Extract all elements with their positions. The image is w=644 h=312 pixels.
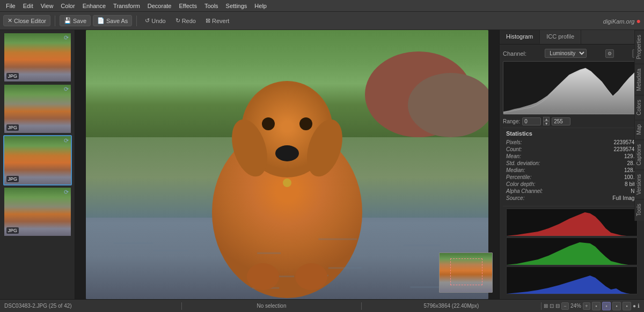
blue-histogram (506, 266, 638, 294)
undo-button[interactable]: ↺ Undo (141, 16, 169, 26)
toolbar: ✕ Close Editor 💾 Save 📄 Save As ↺ Undo ↻… (0, 12, 644, 30)
view-mode-1[interactable]: ▪ (592, 302, 601, 310)
vertical-tabs-panel: Properties Metadata Colors Map Captions … (634, 30, 644, 221)
save-icon: 💾 (64, 17, 71, 24)
channel-label: Channel: (503, 50, 526, 57)
range-min-input[interactable] (522, 117, 541, 125)
histogram-settings-icon[interactable]: ⚙ (605, 49, 614, 58)
mini-preview (439, 252, 493, 293)
side-tab-captions[interactable]: Captions (635, 139, 644, 169)
toolbar-separator (55, 16, 55, 26)
status-selection: No selection (257, 303, 286, 309)
stat-mean: Mean: 129.7 (506, 153, 638, 160)
stat-std-dev-label: Std. deviation: (506, 160, 540, 166)
brand-label: digiKam.org ● (603, 17, 641, 25)
menu-file[interactable]: File (2, 2, 19, 10)
stat-median: Median: 128.0 (506, 167, 638, 174)
brand-dot: ● (636, 17, 641, 25)
menubar: File Edit View Color Enhance Transform D… (0, 0, 644, 12)
status-selection-section: No selection (184, 303, 359, 309)
svg-marker-2 (507, 212, 637, 236)
stat-color-depth-label: Color depth: (506, 181, 535, 187)
thumbnail-2[interactable]: ⟳ JPG (3, 84, 72, 134)
statistics-section: Statistics Pixels: 22395744 Count: 22395… (503, 128, 641, 204)
redo-button[interactable]: ↻ Redo (172, 16, 200, 26)
red-histogram (506, 209, 638, 236)
green-histogram (506, 237, 638, 265)
thumbnail-3[interactable]: ⟳ JPG (3, 135, 72, 185)
thumb-label-4: JPG (6, 227, 19, 234)
status-divider-1 (181, 302, 182, 310)
channel-select[interactable]: Luminosity Red Green Blue Alpha (545, 49, 587, 58)
range-label: Range: (503, 118, 520, 124)
menu-view[interactable]: View (37, 2, 57, 10)
menu-help[interactable]: Help (251, 2, 270, 10)
sync-icon-4: ⟳ (64, 189, 69, 196)
zoom-actual-icon[interactable]: ⊡ (550, 303, 554, 309)
status-zoom-section: ⊞ ⊡ ⊟ − 24% + ▪ ▪ ▪ ▪ ● ℹ (544, 302, 640, 310)
menu-color[interactable]: Color (57, 2, 78, 10)
zoom-lock-icon[interactable]: ⊟ (555, 303, 560, 309)
close-editor-button[interactable]: ✕ Close Editor (3, 15, 50, 26)
canvas-area[interactable] (75, 30, 499, 299)
menu-settings[interactable]: Settings (222, 2, 251, 10)
side-tab-versions[interactable]: Versions (635, 169, 644, 199)
stat-color-depth: Color depth: 8 bits (506, 181, 638, 188)
red-histogram-graph (507, 209, 637, 236)
sync-icon-1: ⟳ (64, 34, 69, 41)
side-tab-tools[interactable]: Tools (635, 199, 644, 220)
stat-mean-label: Mean: (506, 153, 521, 159)
menu-effects[interactable]: Effects (175, 2, 200, 10)
status-filename: DSC03483-2.JPG (25 of 42) (4, 303, 72, 309)
menu-enhance[interactable]: Enhance (79, 2, 109, 10)
side-tab-properties[interactable]: Properties (635, 30, 644, 64)
svg-marker-3 (507, 242, 637, 265)
save-button[interactable]: 💾 Save (60, 15, 91, 26)
side-tab-metadata[interactable]: Metadata (635, 64, 644, 95)
revert-button[interactable]: ⊠ Revert (202, 16, 233, 26)
spin-down[interactable]: ▼ (543, 121, 550, 125)
range-row: Range: ▲ ▼ (503, 117, 641, 125)
view-mode-2[interactable]: ▪ (602, 302, 611, 310)
info-icon[interactable]: ℹ (638, 303, 640, 309)
toolbar-separator-2 (136, 16, 137, 26)
thumbnail-1[interactable]: ⟳ JPG (3, 32, 72, 83)
stat-median-label: Median: (506, 167, 525, 173)
view-mode-4[interactable]: ▪ (623, 302, 631, 310)
side-tab-colors[interactable]: Colors (635, 95, 644, 120)
status-filename-section: DSC03483-2.JPG (25 of 42) (4, 303, 179, 309)
tab-histogram[interactable]: Histogram (500, 30, 540, 44)
thumbnail-panel: ⟳ JPG ⟳ JPG ⟳ JPG ⟳ JPG (0, 30, 75, 299)
stat-pixels-label: Pixels: (506, 139, 522, 145)
menu-edit[interactable]: Edit (19, 2, 37, 10)
menu-transform[interactable]: Transform (109, 2, 144, 10)
thumb-label-1: JPG (6, 73, 19, 79)
stat-alpha-label: Alpha Channel: (506, 188, 543, 194)
blue-histogram-graph (507, 267, 637, 294)
right-panel: Histogram ICC profile Channel: Luminosit… (499, 30, 644, 299)
save-as-button[interactable]: 📄 Save As (93, 15, 132, 26)
tab-icc-profile[interactable]: ICC profile (540, 30, 581, 44)
stat-std-dev: Std. deviation: 28.9 (506, 160, 638, 167)
color-histograms (503, 206, 641, 296)
histogram-display (503, 61, 641, 115)
menu-tools[interactable]: Tools (201, 2, 222, 10)
status-divider-2 (361, 302, 362, 310)
stat-source: Source: Full Image (506, 195, 638, 202)
range-max-input[interactable] (552, 117, 570, 125)
zoom-out-button[interactable]: − (561, 302, 569, 310)
stat-count: Count: 22395744 (506, 146, 638, 153)
statistics-title: Statistics (506, 130, 638, 137)
channel-row: Channel: Luminosity Red Green Blue Alpha… (503, 48, 641, 59)
view-mode-3[interactable]: ▪ (612, 302, 621, 310)
main-content: ⟳ JPG ⟳ JPG ⟳ JPG ⟳ JPG Histogra (0, 30, 644, 299)
settings-icon[interactable]: ● (633, 303, 636, 309)
spin-up[interactable]: ▲ (543, 117, 550, 121)
thumbnail-4[interactable]: ⟳ JPG (3, 187, 72, 237)
zoom-fit-icon[interactable]: ⊞ (544, 303, 548, 309)
stat-pixels: Pixels: 22395744 (506, 139, 638, 146)
menu-decorate[interactable]: Decorate (144, 2, 175, 10)
side-tab-map[interactable]: Map (635, 120, 644, 139)
zoom-in-button[interactable]: + (583, 302, 590, 310)
svg-marker-0 (503, 68, 640, 114)
